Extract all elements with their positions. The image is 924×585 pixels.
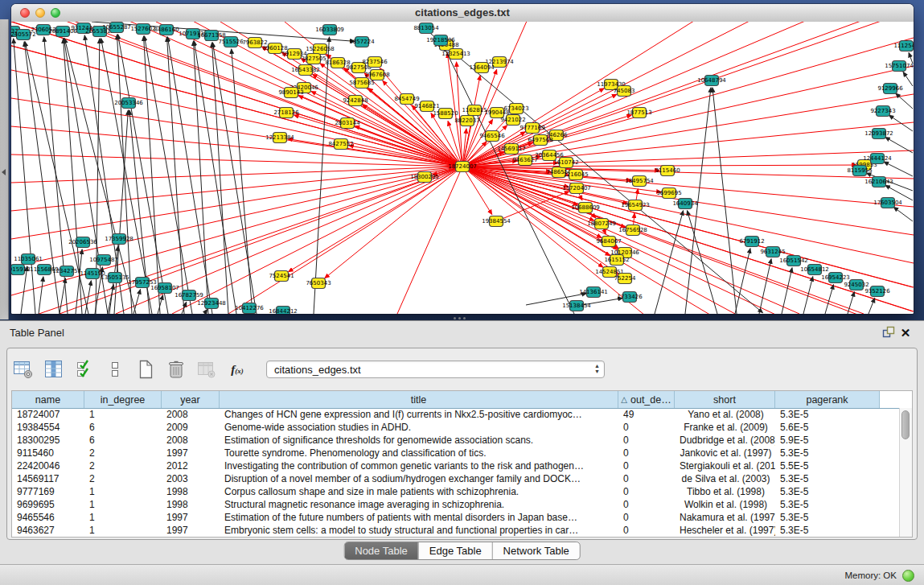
graph-node-label: 752254: [614, 275, 636, 282]
column-header-name[interactable]: name: [12, 391, 84, 408]
table-cell: 2008: [162, 409, 220, 420]
network-window[interactable]: citations_edges.txt 18724007796382289601…: [11, 4, 914, 314]
graph-node-label: 20053346: [114, 100, 143, 106]
table-cell: Nakamura et al. (1997): [675, 512, 775, 523]
table-row[interactable]: 2242004622012Investigating the contribut…: [12, 459, 900, 472]
graph-node-label: 16033809: [315, 27, 344, 33]
graph-node-label: 12213384: [265, 134, 294, 141]
table-row[interactable]: 911546021997Tourette syndrome. Phenomeno…: [12, 447, 900, 459]
table-cell: Wolkin et al. (1998): [675, 499, 775, 510]
column-visibility-button[interactable]: [43, 358, 65, 381]
table-row[interactable]: 946362711997Embryonic stem cells: a mode…: [12, 524, 900, 537]
import-table-button-disabled[interactable]: [195, 358, 218, 381]
graph-node-label: 16051542: [779, 257, 808, 264]
float-panel-button[interactable]: [879, 324, 897, 340]
column-header-in_degree[interactable]: in_degree: [84, 391, 162, 408]
graph-node-label: 9684067: [596, 238, 621, 245]
table-row[interactable]: 977716911998Corpus callosum shape and si…: [12, 485, 900, 498]
collapse-arrow-icon: [2, 169, 6, 175]
rows-button[interactable]: [104, 358, 126, 381]
table-cell: Estimation of the future numbers of pati…: [220, 512, 618, 523]
left-collapse-strip[interactable]: [0, 19, 9, 319]
graph-node-label: 12342757: [52, 268, 81, 274]
graph-node-label: 7515526: [218, 39, 244, 45]
row-check-icon: [76, 360, 93, 379]
table-cell: 5.3E-5: [775, 409, 880, 420]
table-cell: Disruption of a novel member of a sodium…: [220, 473, 618, 484]
network-graph[interactable]: 1872400779638228960128591293415226058382…: [11, 22, 914, 314]
cytoscape-desktop: citations_edges.txt 18724007796382289601…: [0, 0, 924, 320]
graph-node-label: 15720407: [562, 185, 591, 192]
table-vertical-scrollbar[interactable]: [899, 408, 912, 537]
tab-node-table[interactable]: Node Table: [344, 542, 419, 559]
table-panel-box: f(x) citations_edges.txt ▲▼ namein_degre…: [6, 348, 918, 540]
table-cell: 0: [618, 525, 675, 536]
graph-node-label: 8427552: [328, 141, 353, 147]
graph-node-label: 6734023: [503, 105, 528, 112]
scrollbar-thumb[interactable]: [901, 410, 910, 439]
memory-ok-indicator: [902, 570, 914, 582]
column-header-pagerank[interactable]: pagerank: [775, 391, 880, 408]
function-builder-icon: f(x): [231, 363, 244, 377]
graph-node-label: 9857224: [349, 39, 375, 45]
table-cell: 1998: [162, 486, 220, 497]
table-cell: 9115460: [12, 447, 84, 459]
graph-node-label: 9352126: [864, 288, 890, 295]
graph-node-label: 3827505: [301, 56, 326, 62]
select-rows-button[interactable]: [73, 358, 96, 381]
table-row[interactable]: 969969511998Structural magnetic resonanc…: [12, 498, 900, 511]
table-cell: 1997: [162, 525, 220, 536]
graph-node-label: 8486160: [154, 27, 179, 33]
window-titlebar[interactable]: citations_edges.txt: [11, 4, 914, 23]
sort-ascending-icon: △: [621, 395, 627, 404]
graph-node-label: 8822037: [454, 117, 479, 124]
table-row[interactable]: 1830029562008Estimation of significance …: [12, 434, 900, 447]
column-header-year[interactable]: year: [162, 391, 220, 408]
graph-node-label: 14569117: [497, 146, 526, 152]
import-table-icon: [196, 359, 217, 380]
table-cell: 0: [618, 460, 675, 472]
table-cell: 1997: [162, 447, 220, 459]
column-header-short[interactable]: short: [675, 391, 775, 408]
graph-node-label: 9227343: [870, 108, 895, 114]
table-combobox-value: citations_edges.txt: [274, 364, 361, 376]
graph-node-label: 16954223: [821, 274, 850, 281]
graph-node-label: 745083: [614, 88, 635, 94]
status-bar: Memory: OK: [0, 564, 924, 585]
column-header-title[interactable]: title: [220, 391, 618, 408]
close-icon: ✕: [901, 327, 911, 339]
close-panel-button[interactable]: ✕: [897, 324, 914, 340]
column-header-out_de[interactable]: △out_de…: [618, 391, 675, 408]
table-cell: 2012: [162, 460, 220, 472]
tab-network-table[interactable]: Network Table: [493, 542, 580, 559]
table-row[interactable]: 1872400712008Changes of HCN gene express…: [12, 408, 900, 421]
table-row[interactable]: 1938455462009Genome-wide association stu…: [12, 421, 900, 434]
function-builder-button[interactable]: f(x): [226, 358, 248, 381]
table-cell: Estimation of significance thresholds fo…: [220, 435, 618, 446]
graph-node-label: 1615152: [604, 257, 629, 263]
graph-node-label: 1216045: [563, 171, 588, 178]
table-cell: 5.6E-5: [775, 422, 880, 433]
table-settings-button[interactable]: [12, 358, 35, 381]
tab-edge-table[interactable]: Edge Table: [419, 542, 493, 559]
graph-node-label: 16782759: [175, 292, 203, 299]
new-file-icon: [137, 359, 154, 380]
delete-table-button[interactable]: [165, 358, 187, 381]
table-row[interactable]: 946554611997Estimation of the future num…: [12, 511, 900, 524]
network-canvas[interactable]: 1872400779638228960128591293415226058382…: [11, 22, 914, 314]
table-cell: 5.9E-5: [775, 435, 880, 446]
graph-node-label: 9465546: [479, 133, 505, 139]
graph-node-label: 15226058: [306, 46, 335, 52]
table-combobox[interactable]: citations_edges.txt ▲▼: [266, 360, 605, 378]
rows-icon: [109, 360, 121, 379]
graph-node-label: 3915913: [11, 266, 31, 273]
combo-arrows-icon: ▲▼: [594, 363, 600, 374]
table-cell: 49: [618, 409, 675, 420]
graph-node-label: 10648794: [697, 77, 726, 84]
table-cell: Hescheler et al. (1997): [675, 525, 775, 536]
panel-title: Table Panel: [10, 327, 64, 339]
graph-node-label: 10655287: [102, 24, 131, 31]
table-row[interactable]: 1456911722003Disruption of a novel membe…: [12, 472, 900, 485]
new-table-button[interactable]: [134, 358, 157, 381]
table-cell: 19384554: [12, 422, 84, 433]
